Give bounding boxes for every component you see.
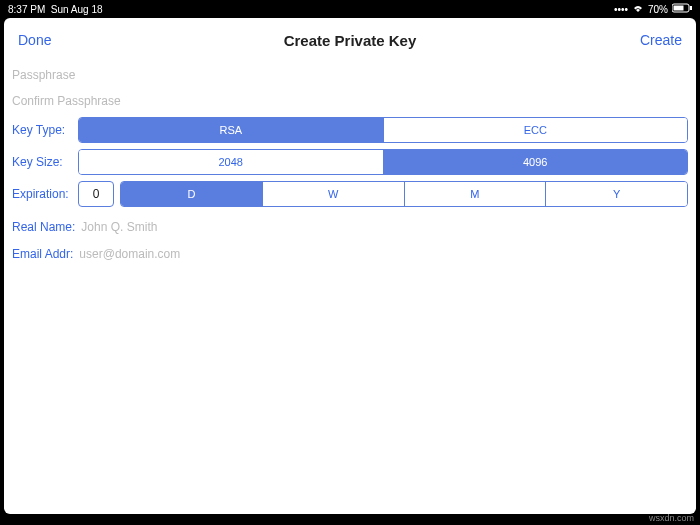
page-title: Create Private Key — [68, 32, 632, 49]
email-row: Email Addr: — [8, 239, 692, 266]
battery-percent: 70% — [648, 4, 668, 15]
expiration-input[interactable] — [78, 181, 114, 207]
keytype-ecc[interactable]: ECC — [384, 118, 688, 142]
unit-m[interactable]: M — [405, 182, 547, 206]
keysize-4096[interactable]: 4096 — [384, 150, 688, 174]
keysize-2048[interactable]: 2048 — [79, 150, 384, 174]
email-input[interactable] — [79, 245, 688, 263]
unit-w[interactable]: W — [263, 182, 405, 206]
wifi-icon — [632, 3, 644, 15]
keysize-segmented: 2048 4096 — [78, 149, 688, 175]
battery-icon — [672, 3, 692, 15]
passphrase-input[interactable] — [8, 62, 692, 88]
status-date: Sun Aug 18 — [51, 4, 103, 15]
email-label: Email Addr: — [12, 247, 73, 261]
keysize-row: Key Size: 2048 4096 — [8, 146, 692, 178]
keytype-row: Key Type: RSA ECC — [8, 114, 692, 146]
confirm-passphrase-input[interactable] — [8, 88, 692, 114]
svg-rect-2 — [690, 6, 692, 10]
watermark: wsxdn.com — [649, 513, 694, 523]
realname-label: Real Name: — [12, 220, 75, 234]
create-button[interactable]: Create — [632, 32, 682, 48]
expiration-unit-segmented: D W M Y — [120, 181, 688, 207]
expiration-label: Expiration: — [12, 187, 72, 201]
keytype-label: Key Type: — [12, 123, 72, 137]
done-button[interactable]: Done — [18, 32, 68, 48]
signal-icon: •••• — [614, 4, 628, 15]
keysize-label: Key Size: — [12, 155, 72, 169]
unit-y[interactable]: Y — [546, 182, 687, 206]
keytype-segmented: RSA ECC — [78, 117, 688, 143]
status-bar: 8:37 PM Sun Aug 18 •••• 70% — [0, 0, 700, 18]
realname-row: Real Name: — [8, 210, 692, 239]
expiration-row: Expiration: D W M Y — [8, 178, 692, 210]
form-content: Key Type: RSA ECC Key Size: 2048 4096 Ex… — [4, 62, 696, 266]
realname-input[interactable] — [81, 218, 688, 236]
keytype-rsa[interactable]: RSA — [79, 118, 384, 142]
status-time: 8:37 PM — [8, 4, 45, 15]
app-screen: Done Create Private Key Create Key Type:… — [4, 18, 696, 514]
navbar: Done Create Private Key Create — [4, 18, 696, 62]
svg-rect-1 — [674, 6, 684, 11]
unit-d[interactable]: D — [121, 182, 263, 206]
